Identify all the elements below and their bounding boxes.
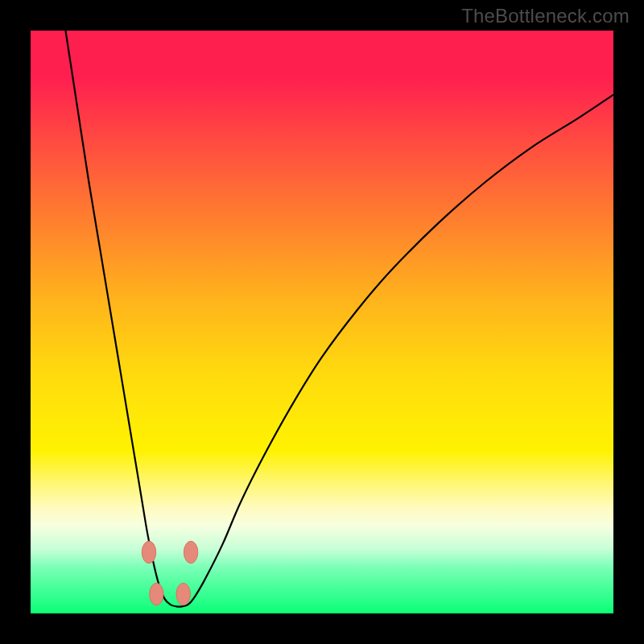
marker-group [142, 541, 198, 605]
plot-area [31, 31, 613, 613]
watermark-text: TheBottleneck.com [461, 5, 630, 27]
highlight-marker [150, 583, 163, 605]
curve-layer [31, 31, 613, 613]
highlight-marker [142, 541, 155, 564]
highlight-marker [176, 583, 190, 605]
bottleneck-curve [65, 31, 613, 607]
highlight-marker [184, 541, 197, 564]
chart-frame: TheBottleneck.com [0, 0, 644, 644]
